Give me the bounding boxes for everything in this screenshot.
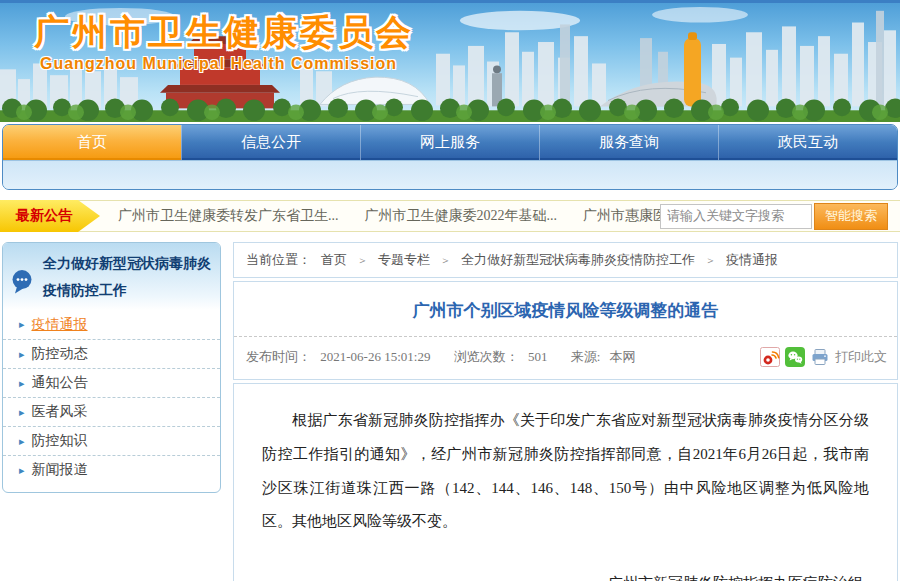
- main-navigation: 首页 信息公开 网上服务 服务查询 政民互动: [2, 124, 898, 190]
- source-label: 来源:: [571, 349, 601, 364]
- page: 广州市卫生健康委员会 Guangzhou Municipal Health Co…: [0, 0, 900, 581]
- search-input[interactable]: [660, 204, 812, 229]
- sidebar-item-epidemic-bulletin[interactable]: ▸ 疫情通报: [3, 310, 220, 339]
- arrow-right-icon: ▸: [19, 377, 25, 390]
- breadcrumb-special-topics[interactable]: 专题专栏: [378, 251, 430, 269]
- breadcrumb-separator: ＞: [705, 253, 716, 268]
- views-value: 501: [528, 349, 548, 364]
- announcement-links: 广州市卫生健康委转发广东省卫生... 广州市卫生健康委2022年基础... 广州…: [100, 207, 660, 225]
- article-meta-left: 发布时间： 2021-06-26 15:01:29 浏览次数： 501 来源: …: [246, 348, 642, 366]
- sidebar-header: 全力做好新型冠状病毒肺炎疫情防控工作: [3, 243, 220, 310]
- nav-subbar: [3, 160, 897, 189]
- announcement-link[interactable]: 广州市卫生健康委2022年基础...: [365, 207, 558, 225]
- source-value: 本网: [610, 349, 636, 364]
- wechat-share-icon[interactable]: [785, 347, 805, 367]
- breadcrumb-separator: ＞: [357, 253, 368, 268]
- nav-tab-service-query[interactable]: 服务查询: [539, 125, 718, 160]
- arrow-right-icon: ▸: [19, 435, 25, 448]
- arrow-right-icon: ▸: [19, 406, 25, 419]
- arrow-right-icon: ▸: [19, 464, 25, 477]
- sidebar-padding: [3, 484, 220, 492]
- announcement-link[interactable]: 广州市卫生健康委转发广东省卫生...: [118, 207, 339, 225]
- site-search: 智能搜索: [660, 203, 888, 230]
- weibo-share-icon[interactable]: [760, 347, 780, 367]
- site-banner: 广州市卫生健康委员会 Guangzhou Municipal Health Co…: [0, 0, 900, 122]
- sidebar-item-notices[interactable]: ▸ 通知公告: [3, 368, 220, 397]
- sidebar-item-news-reports[interactable]: ▸ 新闻报道: [3, 455, 220, 484]
- breadcrumb: 当前位置： 首页 ＞ 专题专栏 ＞ 全力做好新型冠状病毒肺炎疫情防控工作 ＞ 疫…: [233, 242, 898, 278]
- arrow-right-icon: ▸: [19, 348, 25, 361]
- speech-bubble-icon: [9, 259, 35, 304]
- sidebar-title: 全力做好新型冠状病毒肺炎疫情防控工作: [43, 251, 214, 304]
- breadcrumb-covid-prevention[interactable]: 全力做好新型冠状病毒肺炎疫情防控工作: [461, 251, 695, 269]
- smart-search-button[interactable]: 智能搜索: [814, 203, 888, 230]
- article-body: 根据广东省新冠肺炎防控指挥办《关于印发广东省应对新型冠状病毒肺炎疫情分区分级防控…: [262, 404, 869, 539]
- article-signature: 广州市新冠肺炎防控指挥办医疗防治组: [262, 567, 869, 581]
- nav-tabs: 首页 信息公开 网上服务 服务查询 政民互动: [3, 125, 897, 160]
- latest-announcements-badge: 最新公告: [0, 200, 100, 232]
- nav-tab-online-services[interactable]: 网上服务: [360, 125, 539, 160]
- publish-time-label: 发布时间：: [246, 349, 311, 364]
- article-header: 广州市个别区域疫情风险等级调整的通告 发布时间： 2021-06-26 15:0…: [233, 281, 898, 380]
- views-label: 浏览次数：: [454, 349, 519, 364]
- publish-time-value: 2021-06-26 15:01:29: [320, 349, 430, 364]
- main-content: 全力做好新型冠状病毒肺炎疫情防控工作 ▸ 疫情通报 ▸ 防控动态 ▸ 通知公告 …: [0, 242, 900, 581]
- announcement-link[interactable]: 广州市惠康医院有限公司拟申请设置...: [583, 207, 660, 225]
- sidebar-item-prevention-knowledge[interactable]: ▸ 防控知识: [3, 426, 220, 455]
- sidebar-item-prevention-updates[interactable]: ▸ 防控动态: [3, 339, 220, 368]
- share-toolbar: 打印此文: [760, 347, 887, 367]
- article-body-box: 根据广东省新冠肺炎防控指挥办《关于印发广东省应对新型冠状病毒肺炎疫情分区分级防控…: [233, 383, 898, 581]
- print-article-link[interactable]: 打印此文: [835, 348, 887, 366]
- breadcrumb-epidemic-bulletin[interactable]: 疫情通报: [726, 251, 778, 269]
- nav-tab-public-interaction[interactable]: 政民互动: [718, 125, 897, 160]
- article-title: 广州市个别区域疫情风险等级调整的通告: [234, 282, 897, 336]
- arrow-right-icon: ▸: [19, 318, 25, 331]
- article-panel: 当前位置： 首页 ＞ 专题专栏 ＞ 全力做好新型冠状病毒肺炎疫情防控工作 ＞ 疫…: [233, 242, 898, 581]
- sidebar: 全力做好新型冠状病毒肺炎疫情防控工作 ▸ 疫情通报 ▸ 防控动态 ▸ 通知公告 …: [2, 242, 221, 493]
- printer-icon[interactable]: [810, 347, 830, 367]
- nav-tab-home[interactable]: 首页: [3, 125, 181, 160]
- nav-tab-info-disclosure[interactable]: 信息公开: [181, 125, 360, 160]
- site-subtitle: Guangzhou Municipal Health Commission: [40, 55, 397, 73]
- sidebar-item-medical-profiles[interactable]: ▸ 医者风采: [3, 397, 220, 426]
- breadcrumb-label: 当前位置：: [246, 251, 311, 269]
- announcement-ticker: 最新公告 广州市卫生健康委转发广东省卫生... 广州市卫生健康委2022年基础.…: [0, 200, 900, 232]
- article-meta: 发布时间： 2021-06-26 15:01:29 浏览次数： 501 来源: …: [234, 336, 897, 379]
- breadcrumb-separator: ＞: [440, 253, 451, 268]
- site-title: 广州市卫生健康委员会: [34, 9, 414, 56]
- breadcrumb-home[interactable]: 首页: [321, 251, 347, 269]
